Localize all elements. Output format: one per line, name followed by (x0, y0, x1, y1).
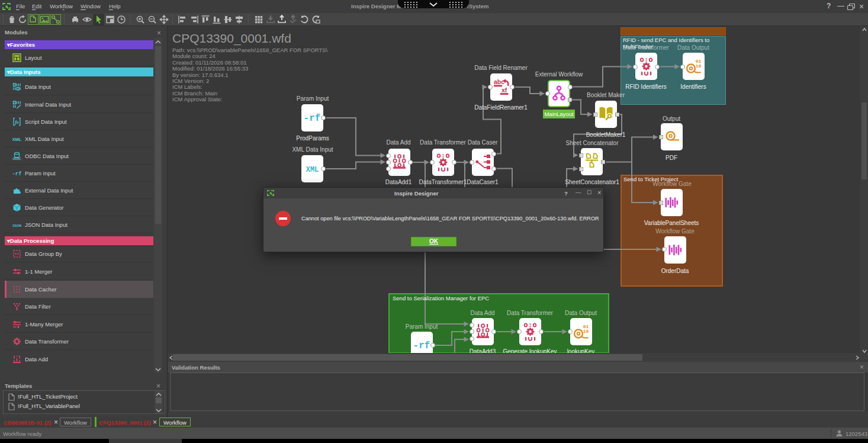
svg-text:-rf: -rf (12, 171, 21, 177)
svg-text:fo: fo (15, 119, 19, 124)
svg-text:10: 10 (696, 63, 702, 69)
svg-text:JSON: JSON (12, 223, 21, 227)
svg-text:abc: abc (494, 78, 504, 85)
svg-text:-rf: -rf (304, 113, 321, 124)
svg-text:xf: xf (501, 86, 507, 94)
svg-text:XML: XML (12, 137, 21, 142)
svg-text:10: 10 (583, 329, 589, 334)
svg-text:ODBC: ODBC (12, 157, 21, 160)
svg-text:-rf: -rf (413, 341, 430, 351)
svg-text:XML: XML (306, 166, 319, 174)
